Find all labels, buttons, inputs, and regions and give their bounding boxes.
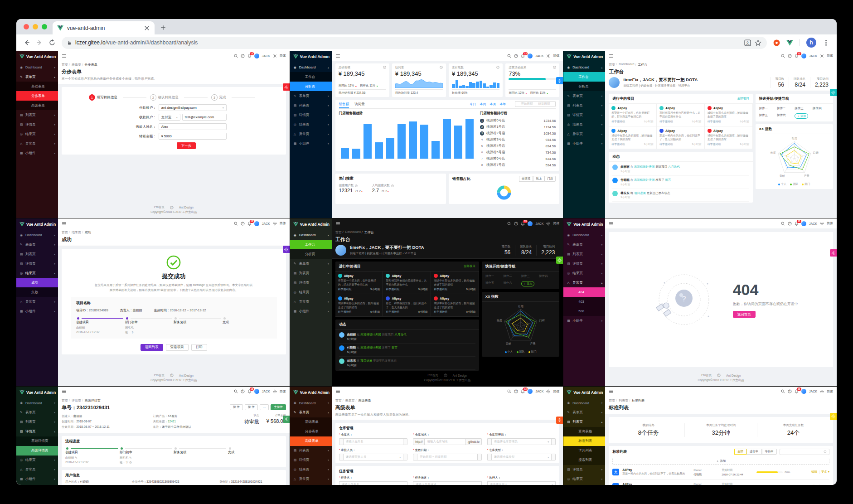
project-group[interactable]: 科学搬砖组: [338, 310, 352, 314]
help-icon[interactable]: [788, 54, 792, 58]
range-link[interactable]: 本周: [480, 102, 486, 107]
user-name[interactable]: JACK: [535, 390, 543, 393]
sidebar-item[interactable]: ✎表单页▴: [290, 408, 332, 417]
sidebar-item[interactable]: ✎表单页▾: [290, 259, 332, 268]
more-link[interactable]: 更多 ▾: [821, 470, 829, 474]
sidebar-item[interactable]: ◎结果页▾: [290, 465, 332, 475]
activity-user[interactable]: 林东东: [347, 359, 356, 362]
user-name[interactable]: JACK: [809, 54, 817, 58]
step-note[interactable]: 催一下: [125, 330, 174, 334]
search-icon[interactable]: [507, 54, 511, 58]
project-group[interactable]: 科学搬砖组: [708, 120, 721, 124]
rank-row[interactable]: 7桃源村6号店634.56: [480, 155, 556, 162]
sidebar-item[interactable]: △异常页▾: [16, 465, 58, 475]
project-card[interactable]: Alipay 那是一种内在的东西，他们到达不了，也无法触及的 科学搬砖组9小时前: [383, 294, 431, 317]
list-item[interactable]: 支 AliPay那是一种内在的东西，他们到达不了，也无法触及的 Owner付晓晓…: [612, 480, 829, 485]
channel-button[interactable]: 线上: [533, 176, 544, 182]
sidebar-item[interactable]: ◎结果页▾: [563, 475, 605, 484]
project-group[interactable]: 科学搬砖组: [611, 142, 625, 146]
sidebar-item[interactable]: ✎表单页▾: [563, 91, 605, 101]
github-icon[interactable]: [170, 206, 174, 209]
app-logo[interactable]: Vue Antd Admin: [563, 387, 605, 398]
reload-button[interactable]: [49, 39, 55, 46]
collapse-menu-icon[interactable]: [609, 221, 614, 226]
maximize-window-button[interactable]: [42, 24, 47, 29]
vue-devtools-icon[interactable]: [786, 39, 793, 46]
sidebar-item[interactable]: 分析页: [290, 82, 332, 91]
user-name[interactable]: JACK: [809, 222, 817, 225]
sidebar-item[interactable]: 卡片列表: [563, 446, 605, 456]
sidebar-item[interactable]: ◉Dashboard▾: [563, 398, 605, 408]
breadcrumb-item[interactable]: 工作台: [361, 230, 374, 235]
sidebar-item[interactable]: △异常页▾: [16, 297, 58, 306]
back-button[interactable]: [24, 39, 30, 46]
activity-link[interactable]: 八月迭代: [668, 165, 680, 168]
activity-link[interactable]: 高逼格设计天团: [360, 346, 381, 349]
user-avatar[interactable]: [254, 221, 259, 226]
sidebar-item[interactable]: 403: [563, 297, 605, 306]
info-icon[interactable]: [383, 66, 386, 69]
collapse-menu-icon[interactable]: [335, 53, 340, 58]
notification-bell[interactable]: 13: [247, 54, 252, 58]
bookmark-star-icon[interactable]: [755, 39, 761, 46]
sidebar-item[interactable]: ✎表单页▾: [290, 91, 332, 101]
breadcrumb-item[interactable]: 首页: [335, 398, 342, 403]
language-label[interactable]: 简体: [280, 53, 286, 58]
info-icon[interactable]: [553, 66, 556, 69]
amount-input[interactable]: ¥ 5000: [159, 133, 227, 140]
sidebar-item[interactable]: 查询表格: [563, 427, 605, 436]
user-name[interactable]: JACK: [535, 54, 543, 58]
legend-item[interactable]: 个人: [778, 182, 786, 186]
notification-bell[interactable]: 13: [521, 54, 525, 58]
sidebar-item[interactable]: ▧详情页▾: [290, 456, 332, 465]
sidebar-item[interactable]: ▧详情页▾: [290, 278, 332, 287]
quick-link[interactable]: 操作三: [795, 107, 811, 111]
field-input[interactable]: 开始日期 ~ 结束日期: [417, 454, 478, 460]
legend-item[interactable]: 团队: [790, 182, 798, 186]
breadcrumb-item[interactable]: 结果页: [68, 230, 81, 235]
user-name[interactable]: JACK: [262, 54, 270, 58]
sidebar-item[interactable]: 基础表单: [290, 417, 332, 427]
sidebar-item[interactable]: 基础表单: [16, 82, 58, 91]
breadcrumb-item[interactable]: 分步表单: [81, 63, 97, 67]
activity-link[interactable]: 项目进展: [360, 359, 372, 362]
all-projects-link[interactable]: 全部项目: [737, 97, 749, 101]
sidebar-item[interactable]: ✎表单页▾: [16, 240, 58, 249]
sidebar-item[interactable]: 高级详情页: [16, 446, 58, 456]
project-card[interactable]: Alipay 希望是一个好东西，也许是最好的，好东西是不会消亡的 科学搬砖组9小…: [335, 271, 383, 294]
sidebar-item[interactable]: ▤列表页▾: [563, 101, 605, 110]
quick-link[interactable]: 操作四: [813, 107, 829, 111]
recv-type-select[interactable]: 支付宝▾: [159, 114, 180, 121]
sidebar-item[interactable]: ▦小组件▾: [16, 148, 58, 158]
sidebar-item[interactable]: ▦小组件▾: [290, 484, 332, 485]
sidebar-item[interactable]: ▤列表页▾: [290, 268, 332, 278]
item-title[interactable]: AliPay: [622, 468, 690, 471]
project-group[interactable]: 科学搬砖组: [708, 142, 721, 146]
activity-link[interactable]: 高逼格设计天团: [634, 165, 655, 168]
quick-link[interactable]: 操作三: [521, 274, 538, 278]
channel-button[interactable]: 门店: [544, 176, 556, 182]
collapse-menu-icon[interactable]: [62, 389, 67, 394]
result-button[interactable]: 查看项目: [166, 344, 189, 351]
collapse-menu-icon[interactable]: [609, 389, 614, 394]
search-icon[interactable]: [234, 389, 238, 393]
sidebar-item[interactable]: 分析页: [563, 82, 605, 91]
sidebar-item[interactable]: ▧详情页▾: [290, 110, 332, 120]
project-group[interactable]: 科学搬砖组: [611, 120, 625, 124]
translate-icon[interactable]: [744, 39, 751, 46]
sidebar-item[interactable]: 搜索列表: [563, 456, 605, 465]
info-icon[interactable]: [355, 184, 358, 187]
project-group[interactable]: 科学搬砖组: [434, 310, 447, 314]
theme-settings-button[interactable]: [556, 257, 563, 264]
user-name[interactable]: JACK: [262, 222, 270, 225]
browser-tab[interactable]: vue-antd-admin: [53, 21, 155, 34]
range-link[interactable]: 今日: [470, 102, 476, 107]
sidebar-item[interactable]: ▦小组件▾: [563, 316, 605, 325]
breadcrumb-item[interactable]: 首页: [609, 63, 615, 67]
breadcrumb-item[interactable]: 首页: [62, 230, 68, 235]
sidebar-item[interactable]: △异常页▾: [563, 484, 605, 485]
sidebar-item[interactable]: △异常页▾: [290, 129, 332, 139]
filter-button[interactable]: 等待中: [762, 449, 777, 455]
quick-link[interactable]: 操作五: [759, 113, 776, 119]
rank-row[interactable]: 3桃源村2号店1034.56: [480, 130, 556, 136]
